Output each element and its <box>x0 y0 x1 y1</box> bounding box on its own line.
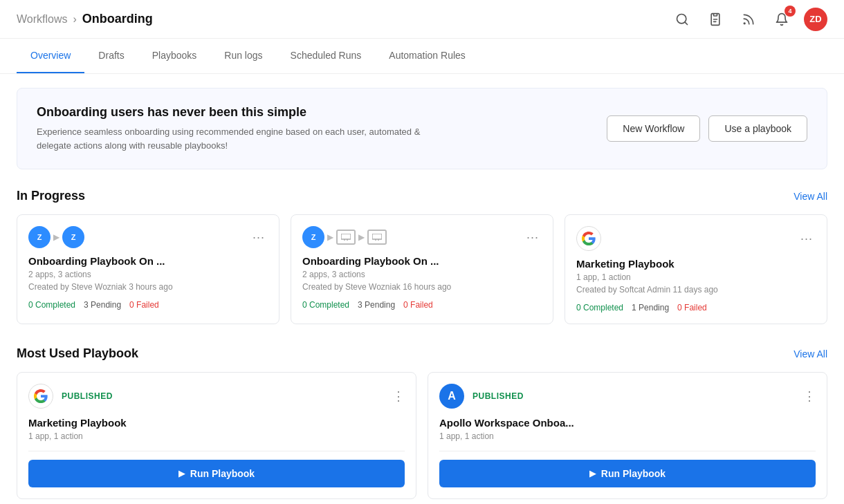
playbook-title-1: Apollo Workspace Onboa... <box>439 417 816 429</box>
use-playbook-button[interactable]: Use a playbook <box>708 115 807 142</box>
arrow-icon-0: ▶ <box>53 232 59 242</box>
published-badge-1: PUBLISHED <box>473 391 524 401</box>
zoom-icon-0: Z <box>28 226 51 248</box>
tab-scheduled-runs[interactable]: Scheduled Runs <box>277 39 376 73</box>
svg-point-5 <box>744 23 745 24</box>
svg-rect-6 <box>341 234 351 239</box>
tab-overview[interactable]: Overview <box>17 39 84 73</box>
card-failed-0: 0 Failed <box>129 300 159 310</box>
most-used-view-all[interactable]: View All <box>793 348 827 360</box>
playbook-card-left-0: PUBLISHED <box>28 384 113 409</box>
in-progress-cards: Z ▶ Z ··· Onboarding Playbook On ... 2 a… <box>17 214 827 324</box>
playbook-meta-0: 1 app, 1 action <box>28 431 405 441</box>
notification-badge: 4 <box>785 6 796 17</box>
feed-icon[interactable] <box>737 8 760 30</box>
tab-automation-rules[interactable]: Automation Rules <box>375 39 479 73</box>
card-completed-1: 0 Completed <box>302 300 349 310</box>
breadcrumb-separator: › <box>73 13 77 26</box>
svg-rect-9 <box>372 234 382 239</box>
card-title-2: Marketing Playbook <box>576 258 816 270</box>
monitor-icon-1 <box>367 230 387 245</box>
apollo-icon: A <box>439 384 464 409</box>
new-workflow-button[interactable]: New Workflow <box>607 115 700 142</box>
published-badge-0: PUBLISHED <box>62 391 113 401</box>
arrow-icon-2: ▶ <box>358 232 365 242</box>
clipboard-icon[interactable] <box>704 8 726 30</box>
banner-actions: New Workflow Use a playbook <box>607 115 807 142</box>
card-failed-2: 0 Failed <box>677 303 707 312</box>
playbook-card-0: PUBLISHED ⋮ Marketing Playbook 1 app, 1 … <box>17 372 416 499</box>
card-top-2: ··· <box>576 226 816 251</box>
card-completed-0: 0 Completed <box>28 300 75 310</box>
playbook-card-1: A PUBLISHED ⋮ Apollo Workspace Onboa... … <box>428 372 827 499</box>
svg-line-1 <box>685 21 688 24</box>
breadcrumb-parent[interactable]: Workflows <box>17 13 68 26</box>
playbook-meta-1: 1 app, 1 action <box>439 431 816 441</box>
in-progress-section-header: In Progress View All <box>17 189 827 203</box>
search-icon[interactable] <box>671 8 693 30</box>
run-btn-label-1: Run Playbook <box>601 468 666 479</box>
banner-description: Experience seamless onboarding using rec… <box>37 125 452 152</box>
card-title-0: Onboarding Playbook On ... <box>28 255 268 267</box>
playbook-menu-button-1[interactable]: ⋮ <box>803 389 816 404</box>
playbook-card-left-1: A PUBLISHED <box>439 384 524 409</box>
header-icons: 4 ZD <box>671 8 827 31</box>
breadcrumb-current: Onboarding <box>82 12 153 26</box>
card-footer-1: 0 Completed 3 Pending 0 Failed <box>302 300 542 310</box>
card-apps-0: 2 apps, 3 actions <box>28 270 268 279</box>
card-pending-1: 3 Pending <box>358 300 395 310</box>
tab-playbooks[interactable]: Playbooks <box>138 39 211 73</box>
breadcrumb: Workflows › Onboarding <box>17 12 153 26</box>
in-progress-card-0[interactable]: Z ▶ Z ··· Onboarding Playbook On ... 2 a… <box>17 214 279 324</box>
main-content: Onboarding users has never been this sim… <box>0 74 844 504</box>
playbook-divider-0 <box>28 451 405 451</box>
card-pending-0: 3 Pending <box>84 300 121 310</box>
header: Workflows › Onboarding 4 ZD <box>0 0 844 39</box>
zoom-icon-1: Z <box>62 226 84 248</box>
playbook-cards: PUBLISHED ⋮ Marketing Playbook 1 app, 1 … <box>17 372 827 499</box>
card-title-1: Onboarding Playbook On ... <box>302 255 542 267</box>
in-progress-card-2[interactable]: ··· Marketing Playbook 1 app, 1 action C… <box>565 214 827 324</box>
card-created-2: Created by Softcat Admin 11 days ago <box>576 285 816 295</box>
card-apps-1: 2 apps, 3 actions <box>302 270 542 279</box>
card-created-1: Created by Steve Wozniak 16 hours ago <box>302 282 542 292</box>
card-footer-0: 0 Completed 3 Pending 0 Failed <box>28 300 268 310</box>
card-more-button-1[interactable]: ··· <box>524 229 542 246</box>
card-pending-2: 1 Pending <box>632 303 669 312</box>
playbook-divider-1 <box>439 451 816 451</box>
card-created-0: Created by Steve Wozniak 3 hours ago <box>28 282 268 292</box>
tab-run-logs[interactable]: Run logs <box>210 39 276 73</box>
monitor-icon-0 <box>336 230 356 245</box>
run-playbook-button-0[interactable]: ▶ Run Playbook <box>28 460 405 487</box>
zoom-icon-2: Z <box>302 226 324 248</box>
most-used-title: Most Used Playbook <box>17 346 138 361</box>
playbook-google-icon <box>28 384 53 409</box>
play-icon-1: ▶ <box>589 469 596 478</box>
playbook-title-0: Marketing Playbook <box>28 417 405 429</box>
card-apps-2: 1 app, 1 action <box>576 272 816 282</box>
card-icons-2 <box>576 226 601 251</box>
in-progress-title: In Progress <box>17 189 85 203</box>
playbook-card-top-1: A PUBLISHED ⋮ <box>439 384 816 409</box>
run-playbook-button-1[interactable]: ▶ Run Playbook <box>439 460 816 487</box>
banner-title: Onboarding users has never been this sim… <box>37 105 452 120</box>
playbook-card-top-0: PUBLISHED ⋮ <box>28 384 405 409</box>
card-top-1: Z ▶ ▶ ··· <box>302 226 542 248</box>
run-btn-label-0: Run Playbook <box>190 468 255 479</box>
tab-drafts[interactable]: Drafts <box>84 39 138 73</box>
card-more-button-2[interactable]: ··· <box>798 230 816 248</box>
banner-text: Onboarding users has never been this sim… <box>37 105 452 152</box>
most-used-section-header: Most Used Playbook View All <box>17 346 827 361</box>
avatar[interactable]: ZD <box>804 8 827 31</box>
card-top-0: Z ▶ Z ··· <box>28 226 268 248</box>
card-icons-0: Z ▶ Z <box>28 226 84 248</box>
card-icons-1: Z ▶ ▶ <box>302 226 387 248</box>
play-icon-0: ▶ <box>178 469 185 478</box>
card-more-button-0[interactable]: ··· <box>250 229 268 246</box>
svg-rect-2 <box>714 13 717 15</box>
in-progress-card-1[interactable]: Z ▶ ▶ ··· Onboarding Playbook On ... 2 a… <box>291 214 553 324</box>
in-progress-view-all[interactable]: View All <box>793 191 827 202</box>
playbook-menu-button-0[interactable]: ⋮ <box>392 389 405 404</box>
onboarding-banner: Onboarding users has never been this sim… <box>17 88 827 169</box>
notification-icon[interactable]: 4 <box>771 8 793 30</box>
